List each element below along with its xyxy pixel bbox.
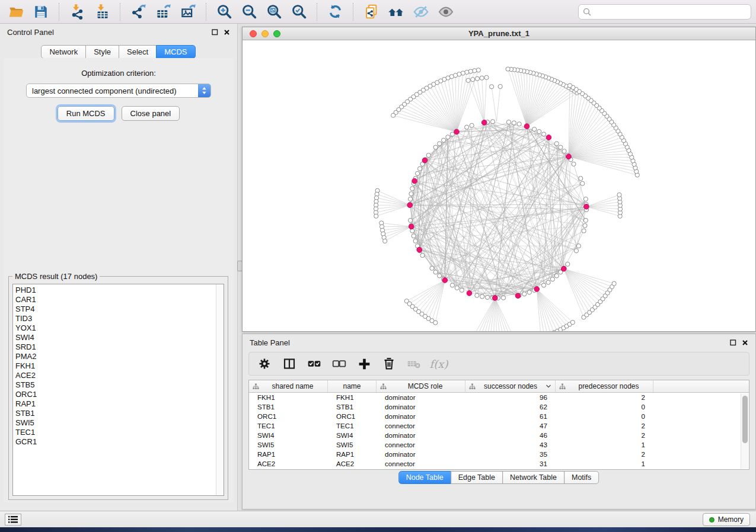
mcds-result-item[interactable]: TID3 (15, 314, 221, 323)
minimize-window-icon[interactable] (261, 30, 269, 37)
zoom-in-icon[interactable] (213, 2, 235, 22)
cell-successor-nodes[interactable]: 43 (465, 440, 556, 450)
mcds-result-item[interactable]: CAR1 (15, 295, 221, 305)
vertical-splitter[interactable] (238, 24, 242, 511)
mcds-result-item[interactable]: FKH1 (15, 361, 221, 371)
close-window-icon[interactable] (250, 30, 257, 37)
mcds-result-item[interactable]: TEC1 (15, 428, 221, 437)
float-panel-icon[interactable] (730, 339, 736, 346)
cell-name[interactable]: SWI5 (328, 440, 377, 450)
mcds-result-item[interactable]: SWI5 (15, 418, 221, 428)
save-icon[interactable] (30, 2, 52, 22)
cell-shared-name[interactable]: STB1 (249, 402, 328, 412)
cell-predecessor-nodes[interactable]: 1 (556, 469, 653, 470)
task-history-icon[interactable] (5, 514, 21, 525)
table-row[interactable]: STB1 STB1 dominator 62 0 (249, 402, 749, 412)
mcds-result-item[interactable]: SWI4 (15, 333, 221, 342)
table-scrollbar-thumb[interactable] (742, 396, 748, 443)
cell-name[interactable]: RAP1 (328, 450, 377, 459)
tab-mcds[interactable]: MCDS (156, 45, 195, 59)
cell-predecessor-nodes[interactable]: 1 (556, 459, 653, 469)
cell-shared-name[interactable]: YOX1 (249, 469, 328, 470)
cell-mcds-role[interactable]: connector (377, 440, 465, 450)
cell-shared-name[interactable]: RAP1 (249, 450, 328, 459)
mcds-result-item[interactable]: YOX1 (15, 323, 221, 333)
table-row[interactable]: ORC1 ORC1 dominator 61 0 (249, 412, 749, 421)
select-all-icon[interactable] (305, 354, 324, 373)
cell-predecessor-nodes[interactable]: 2 (556, 431, 653, 440)
table-row[interactable]: FKH1 FKH1 dominator 96 2 (249, 393, 749, 402)
cell-predecessor-nodes[interactable]: 2 (556, 421, 653, 431)
column-header-predecessor-nodes[interactable]: predecessor nodes (556, 380, 653, 392)
cell-successor-nodes[interactable]: 61 (465, 412, 556, 421)
float-panel-icon[interactable] (212, 29, 218, 36)
export-image-icon[interactable] (177, 2, 199, 22)
cell-name[interactable]: TEC1 (328, 421, 377, 431)
hide-eye-icon[interactable] (410, 2, 432, 22)
show-eye-icon[interactable] (435, 2, 457, 22)
close-panel-button[interactable]: Close panel (122, 106, 180, 121)
delete-column-icon[interactable] (379, 354, 398, 373)
export-network-icon[interactable] (127, 2, 149, 22)
sort-chevron-icon[interactable] (546, 384, 551, 389)
cell-mcds-role[interactable]: dominator (377, 402, 465, 412)
mcds-result-item[interactable]: SRD1 (15, 342, 221, 352)
table-row[interactable]: YOX1 YOX1 connector 29 1 (249, 469, 749, 470)
cell-successor-nodes[interactable]: 35 (465, 450, 556, 459)
cell-name[interactable]: YOX1 (328, 469, 377, 470)
table-row[interactable]: ACE2 ACE2 connector 31 1 (249, 459, 749, 469)
column-header-mcds-role[interactable]: MCDS role (377, 380, 465, 392)
cell-name[interactable]: FKH1 (328, 393, 377, 402)
cell-shared-name[interactable]: SWI4 (249, 431, 328, 440)
split-columns-icon[interactable] (280, 354, 299, 373)
zoom-out-icon[interactable] (238, 2, 260, 22)
cell-successor-nodes[interactable]: 46 (465, 431, 556, 440)
table-row[interactable]: TEC1 TEC1 connector 47 2 (249, 421, 749, 431)
cell-successor-nodes[interactable]: 29 (465, 469, 556, 470)
cell-mcds-role[interactable]: dominator (377, 431, 465, 440)
mcds-result-item[interactable]: STB5 (15, 380, 221, 390)
zoom-window-icon[interactable] (273, 30, 280, 37)
cell-shared-name[interactable]: FKH1 (249, 393, 328, 402)
memory-button[interactable]: Memory (703, 513, 750, 526)
cell-mcds-role[interactable]: connector (377, 459, 465, 469)
tab-network-table[interactable]: Network Table (502, 471, 564, 484)
tab-node-table[interactable]: Node Table (398, 471, 451, 484)
close-panel-icon[interactable] (224, 29, 230, 36)
table-row[interactable]: SWI4 SWI4 dominator 46 2 (249, 431, 749, 440)
mcds-result-list[interactable]: PHD1CAR1STP4TID3YOX1SWI4SRD1PMA2FKH1ACE2… (12, 284, 224, 496)
cell-successor-nodes[interactable]: 31 (465, 459, 556, 469)
cell-successor-nodes[interactable]: 96 (465, 393, 556, 402)
mcds-result-item[interactable]: RAP1 (15, 399, 221, 409)
cell-predecessor-nodes[interactable]: 2 (556, 393, 653, 402)
table-row[interactable]: SWI5 SWI5 connector 43 1 (249, 440, 749, 450)
cell-name[interactable]: ORC1 (328, 412, 377, 421)
zoom-fit-icon[interactable] (263, 2, 285, 22)
import-network-icon[interactable] (66, 2, 88, 22)
cell-successor-nodes[interactable]: 47 (465, 421, 556, 431)
cell-mcds-role[interactable]: connector (377, 469, 465, 470)
tab-select[interactable]: Select (119, 45, 157, 59)
mcds-result-item[interactable]: STB1 (15, 409, 221, 418)
add-column-icon[interactable] (355, 354, 374, 373)
cell-shared-name[interactable]: TEC1 (249, 421, 328, 431)
cell-successor-nodes[interactable]: 62 (465, 402, 556, 412)
export-table-icon[interactable] (152, 2, 174, 22)
refresh-icon[interactable] (324, 2, 346, 22)
cell-mcds-role[interactable]: dominator (377, 450, 465, 459)
tab-network[interactable]: Network (41, 45, 86, 59)
cell-mcds-role[interactable]: connector (377, 421, 465, 431)
cell-name[interactable]: SWI4 (328, 431, 377, 440)
gear-icon[interactable] (255, 354, 274, 373)
cell-shared-name[interactable]: ORC1 (249, 412, 328, 421)
cell-predecessor-nodes[interactable]: 0 (556, 412, 653, 421)
cell-shared-name[interactable]: ACE2 (249, 459, 328, 469)
criterion-select[interactable]: largest connected component (undirected) (26, 84, 211, 98)
cell-predecessor-nodes[interactable]: 1 (556, 440, 653, 450)
zoom-selected-icon[interactable] (288, 2, 310, 22)
open-file-icon[interactable] (5, 2, 27, 22)
mcds-result-item[interactable]: PMA2 (15, 352, 221, 361)
mcds-result-item[interactable]: ORC1 (15, 390, 221, 399)
column-header-successor-nodes[interactable]: successor nodes (465, 380, 556, 392)
mcds-result-item[interactable]: PHD1 (15, 286, 221, 295)
